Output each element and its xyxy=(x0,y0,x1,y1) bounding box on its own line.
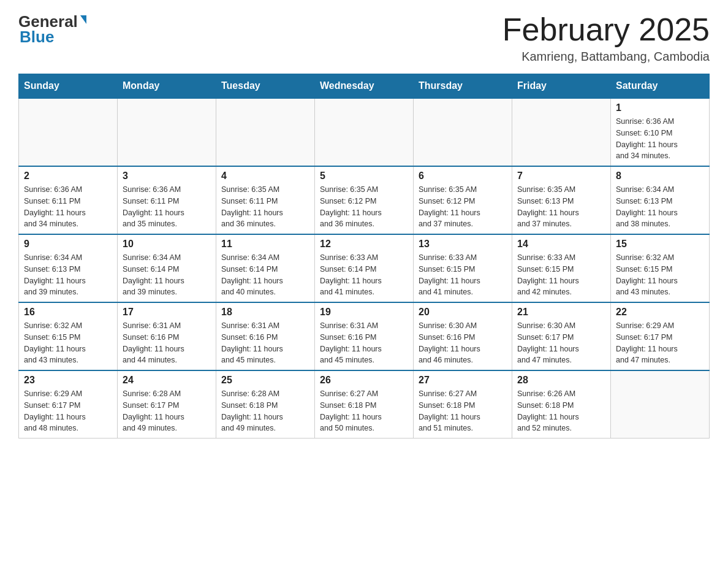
day-number: 20 xyxy=(419,307,507,318)
day-info: Sunrise: 6:36 AM Sunset: 6:10 PM Dayligh… xyxy=(616,116,704,162)
day-info: Sunrise: 6:35 AM Sunset: 6:12 PM Dayligh… xyxy=(320,184,408,230)
main-title: February 2025 xyxy=(502,12,710,47)
day-info: Sunrise: 6:31 AM Sunset: 6:16 PM Dayligh… xyxy=(221,320,309,366)
calendar-header-row: SundayMondayTuesdayWednesdayThursdayFrid… xyxy=(19,74,710,99)
day-number: 21 xyxy=(517,307,605,318)
calendar-cell: 22Sunrise: 6:29 AM Sunset: 6:17 PM Dayli… xyxy=(611,302,710,370)
day-header-saturday: Saturday xyxy=(611,74,710,99)
calendar-cell: 4Sunrise: 6:35 AM Sunset: 6:11 PM Daylig… xyxy=(216,166,315,234)
day-info: Sunrise: 6:35 AM Sunset: 6:11 PM Dayligh… xyxy=(221,184,309,230)
calendar-week-row: 1Sunrise: 6:36 AM Sunset: 6:10 PM Daylig… xyxy=(19,98,710,166)
calendar-cell: 17Sunrise: 6:31 AM Sunset: 6:16 PM Dayli… xyxy=(118,302,216,370)
day-header-wednesday: Wednesday xyxy=(315,74,414,99)
calendar-cell: 12Sunrise: 6:33 AM Sunset: 6:14 PM Dayli… xyxy=(315,234,414,302)
calendar-cell: 15Sunrise: 6:32 AM Sunset: 6:15 PM Dayli… xyxy=(611,234,710,302)
day-number: 6 xyxy=(419,170,507,182)
day-info: Sunrise: 6:27 AM Sunset: 6:18 PM Dayligh… xyxy=(419,388,507,434)
calendar-cell: 21Sunrise: 6:30 AM Sunset: 6:17 PM Dayli… xyxy=(512,302,611,370)
day-info: Sunrise: 6:35 AM Sunset: 6:13 PM Dayligh… xyxy=(517,184,605,230)
day-info: Sunrise: 6:28 AM Sunset: 6:18 PM Dayligh… xyxy=(221,388,309,434)
day-number: 3 xyxy=(123,170,211,182)
calendar-cell: 23Sunrise: 6:29 AM Sunset: 6:17 PM Dayli… xyxy=(19,370,118,439)
day-number: 25 xyxy=(221,375,309,386)
calendar-cell: 24Sunrise: 6:28 AM Sunset: 6:17 PM Dayli… xyxy=(118,370,216,439)
day-info: Sunrise: 6:32 AM Sunset: 6:15 PM Dayligh… xyxy=(24,320,112,366)
day-number: 13 xyxy=(419,239,507,250)
day-info: Sunrise: 6:33 AM Sunset: 6:15 PM Dayligh… xyxy=(419,252,507,298)
day-info: Sunrise: 6:33 AM Sunset: 6:14 PM Dayligh… xyxy=(320,252,408,298)
day-number: 22 xyxy=(616,307,704,318)
calendar-cell: 20Sunrise: 6:30 AM Sunset: 6:16 PM Dayli… xyxy=(414,302,512,370)
calendar-cell: 16Sunrise: 6:32 AM Sunset: 6:15 PM Dayli… xyxy=(19,302,118,370)
day-info: Sunrise: 6:34 AM Sunset: 6:14 PM Dayligh… xyxy=(221,252,309,298)
calendar-cell: 6Sunrise: 6:35 AM Sunset: 6:12 PM Daylig… xyxy=(414,166,512,234)
day-info: Sunrise: 6:32 AM Sunset: 6:15 PM Dayligh… xyxy=(616,252,704,298)
calendar-cell: 1Sunrise: 6:36 AM Sunset: 6:10 PM Daylig… xyxy=(611,98,710,166)
day-header-friday: Friday xyxy=(512,74,611,99)
day-number: 26 xyxy=(320,375,408,386)
day-number: 11 xyxy=(221,239,309,250)
calendar-cell: 13Sunrise: 6:33 AM Sunset: 6:15 PM Dayli… xyxy=(414,234,512,302)
day-info: Sunrise: 6:34 AM Sunset: 6:14 PM Dayligh… xyxy=(123,252,211,298)
day-number: 23 xyxy=(24,375,112,386)
calendar-cell: 2Sunrise: 6:36 AM Sunset: 6:11 PM Daylig… xyxy=(19,166,118,234)
day-number: 12 xyxy=(320,239,408,250)
calendar-cell xyxy=(512,98,611,166)
calendar-cell: 14Sunrise: 6:33 AM Sunset: 6:15 PM Dayli… xyxy=(512,234,611,302)
calendar-week-row: 9Sunrise: 6:34 AM Sunset: 6:13 PM Daylig… xyxy=(19,234,710,302)
day-info: Sunrise: 6:30 AM Sunset: 6:17 PM Dayligh… xyxy=(517,320,605,366)
day-number: 4 xyxy=(221,170,309,182)
day-number: 1 xyxy=(616,102,704,113)
day-header-tuesday: Tuesday xyxy=(216,74,315,99)
calendar-cell xyxy=(216,98,315,166)
title-area: February 2025 Kamrieng, Battambang, Camb… xyxy=(502,12,710,64)
day-info: Sunrise: 6:36 AM Sunset: 6:11 PM Dayligh… xyxy=(123,184,211,230)
day-header-sunday: Sunday xyxy=(19,74,118,99)
day-number: 14 xyxy=(517,239,605,250)
day-number: 28 xyxy=(517,375,605,386)
calendar-cell: 7Sunrise: 6:35 AM Sunset: 6:13 PM Daylig… xyxy=(512,166,611,234)
day-number: 8 xyxy=(616,170,704,182)
day-number: 19 xyxy=(320,307,408,318)
calendar-cell: 26Sunrise: 6:27 AM Sunset: 6:18 PM Dayli… xyxy=(315,370,414,439)
calendar-week-row: 23Sunrise: 6:29 AM Sunset: 6:17 PM Dayli… xyxy=(19,370,710,439)
calendar-cell: 5Sunrise: 6:35 AM Sunset: 6:12 PM Daylig… xyxy=(315,166,414,234)
logo-triangle-icon xyxy=(80,15,86,24)
day-number: 9 xyxy=(24,239,112,250)
calendar-week-row: 16Sunrise: 6:32 AM Sunset: 6:15 PM Dayli… xyxy=(19,302,710,370)
day-info: Sunrise: 6:27 AM Sunset: 6:18 PM Dayligh… xyxy=(320,388,408,434)
day-number: 7 xyxy=(517,170,605,182)
day-number: 16 xyxy=(24,307,112,318)
calendar-cell: 25Sunrise: 6:28 AM Sunset: 6:18 PM Dayli… xyxy=(216,370,315,439)
calendar-cell: 18Sunrise: 6:31 AM Sunset: 6:16 PM Dayli… xyxy=(216,302,315,370)
day-number: 5 xyxy=(320,170,408,182)
calendar-cell: 28Sunrise: 6:26 AM Sunset: 6:18 PM Dayli… xyxy=(512,370,611,439)
day-info: Sunrise: 6:29 AM Sunset: 6:17 PM Dayligh… xyxy=(616,320,704,366)
logo-area: General Blue xyxy=(18,12,86,47)
calendar-cell: 8Sunrise: 6:34 AM Sunset: 6:13 PM Daylig… xyxy=(611,166,710,234)
day-info: Sunrise: 6:31 AM Sunset: 6:16 PM Dayligh… xyxy=(123,320,211,366)
day-number: 17 xyxy=(123,307,211,318)
calendar-week-row: 2Sunrise: 6:36 AM Sunset: 6:11 PM Daylig… xyxy=(19,166,710,234)
calendar-table: SundayMondayTuesdayWednesdayThursdayFrid… xyxy=(18,74,710,439)
calendar-cell xyxy=(611,370,710,439)
calendar-cell: 27Sunrise: 6:27 AM Sunset: 6:18 PM Dayli… xyxy=(414,370,512,439)
day-info: Sunrise: 6:35 AM Sunset: 6:12 PM Dayligh… xyxy=(419,184,507,230)
day-number: 18 xyxy=(221,307,309,318)
day-number: 24 xyxy=(123,375,211,386)
page-header: General Blue February 2025 Kamrieng, Bat… xyxy=(18,12,710,64)
day-info: Sunrise: 6:34 AM Sunset: 6:13 PM Dayligh… xyxy=(616,184,704,230)
calendar-cell xyxy=(315,98,414,166)
calendar-cell: 9Sunrise: 6:34 AM Sunset: 6:13 PM Daylig… xyxy=(19,234,118,302)
day-header-thursday: Thursday xyxy=(414,74,512,99)
day-info: Sunrise: 6:34 AM Sunset: 6:13 PM Dayligh… xyxy=(24,252,112,298)
day-info: Sunrise: 6:36 AM Sunset: 6:11 PM Dayligh… xyxy=(24,184,112,230)
calendar-cell: 19Sunrise: 6:31 AM Sunset: 6:16 PM Dayli… xyxy=(315,302,414,370)
day-number: 27 xyxy=(419,375,507,386)
calendar-cell xyxy=(118,98,216,166)
calendar-cell: 10Sunrise: 6:34 AM Sunset: 6:14 PM Dayli… xyxy=(118,234,216,302)
calendar-cell xyxy=(19,98,118,166)
calendar-cell: 11Sunrise: 6:34 AM Sunset: 6:14 PM Dayli… xyxy=(216,234,315,302)
day-number: 2 xyxy=(24,170,112,182)
day-info: Sunrise: 6:26 AM Sunset: 6:18 PM Dayligh… xyxy=(517,388,605,434)
